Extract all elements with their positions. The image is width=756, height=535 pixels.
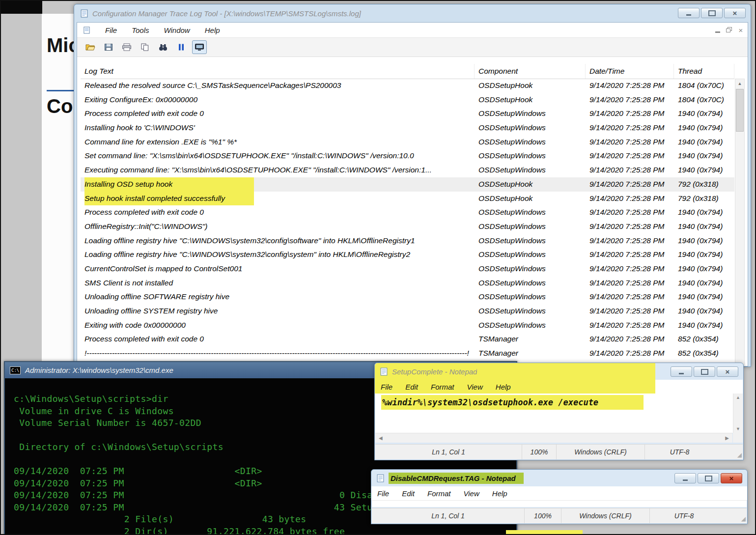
log-row[interactable]: SMS Client is not installedOSDSetupWindo… [81, 276, 734, 290]
resize-grip-icon[interactable]: ◢ [741, 515, 746, 522]
open-icon[interactable] [83, 40, 98, 54]
log-text: OfflineRegistry::Init("C:\WINDOWS") [81, 220, 475, 234]
log-thread: 1940 (0x794) [674, 234, 734, 248]
np1-text-area[interactable]: %windir%\system32\osdsetuphook.exe /exec… [375, 394, 743, 433]
scrollbar-thumb[interactable] [736, 89, 744, 132]
log-row[interactable]: Exiting with code 0x00000000OSDSetupWind… [81, 318, 734, 333]
resize-grip-icon[interactable]: ◢ [737, 451, 742, 458]
np1-vertical-scrollbar[interactable]: ▲ ▼ [733, 394, 743, 433]
scroll-left-icon[interactable]: ◀ [379, 435, 383, 441]
log-row[interactable]: !---------------------------------------… [81, 346, 734, 361]
cmtrace-doc-icon [83, 27, 90, 34]
cmtrace-menu-window[interactable]: Window [164, 26, 190, 34]
cmtrace-close-button[interactable]: × [724, 8, 746, 18]
cmtrace-maximize-button[interactable] [701, 8, 723, 18]
scroll-right-icon[interactable]: ▶ [725, 435, 729, 441]
log-component: OSDSetupWindows [475, 121, 586, 135]
log-text: Process completed with exit code 0 [81, 332, 475, 346]
np1-menu-edit[interactable]: Edit [405, 383, 418, 391]
log-datetime: 9/14/2020 7:25:28 PM [586, 290, 674, 304]
log-row[interactable]: Setup hook install completed successfull… [81, 192, 734, 206]
log-component: OSDSetupWindows [475, 248, 586, 262]
cmtrace-titlebar[interactable]: Configuration Manager Trace Log Tool - [… [74, 4, 751, 22]
log-row[interactable]: OfflineRegistry::Init("C:\WINDOWS")OSDSe… [81, 220, 734, 234]
scroll-down-icon[interactable]: ▼ [736, 426, 740, 431]
log-row[interactable]: Process completed with exit code 0OSDSet… [81, 107, 734, 121]
log-datetime: 9/14/2020 7:25:28 PM [586, 205, 674, 220]
cmtrace-menu-help[interactable]: Help [205, 26, 220, 34]
np2-menu-edit[interactable]: Edit [402, 489, 415, 498]
log-row[interactable]: Set command line: "X:\sms\bin\x64\OSDSET… [81, 149, 734, 163]
highlight-icon[interactable] [192, 40, 207, 54]
np2-statusbar: Ln 1, Col 1100%Windows (CRLF)UTF-8 [372, 508, 747, 523]
save-icon[interactable] [101, 40, 116, 54]
log-component: OSDSetupHook [475, 79, 586, 93]
log-row[interactable]: Executing command line: "X:\sms\bin\x64\… [81, 163, 734, 177]
np2-menu-file[interactable]: File [377, 489, 389, 498]
np1-minimize-button[interactable] [671, 366, 692, 377]
log-thread: 1940 (0x794) [674, 318, 734, 333]
cmtrace-menu-file[interactable]: File [105, 26, 117, 34]
np1-horizontal-scrollbar[interactable]: ◀ ▶ [375, 433, 732, 443]
log-row[interactable]: Released the resolved source C:\_SMSTask… [81, 79, 734, 93]
np1-close-button[interactable]: × [717, 366, 738, 377]
find-icon[interactable] [156, 40, 170, 54]
column-header-datetime[interactable]: Date/Time [586, 64, 674, 79]
pause-icon[interactable] [174, 40, 189, 54]
np1-text-line: %windir%\system32\osdsetuphook.exe /exec… [375, 394, 743, 407]
log-row[interactable]: Command line for extension .EXE is "%1" … [81, 135, 734, 149]
log-component: OSDSetupWindows [475, 220, 586, 234]
log-row[interactable]: Installing hook to 'C:\WINDOWS'OSDSetupW… [81, 121, 734, 135]
log-row[interactable]: Unloading offline SYSTEM registry hiveOS… [81, 304, 734, 318]
column-header-logtext[interactable]: Log Text [81, 64, 475, 79]
log-thread: 1804 (0x70C) [674, 93, 734, 107]
log-text: Unloading offline SYSTEM registry hive [81, 304, 475, 318]
np1-menu-file[interactable]: File [381, 383, 392, 391]
column-header-component[interactable]: Component [475, 64, 586, 79]
log-datetime: 9/14/2020 7:25:28 PM [586, 234, 674, 248]
log-row[interactable]: Installing OSD setup hookOSDSetupHook9/1… [81, 177, 734, 192]
log-datetime: 9/14/2020 7:25:28 PM [586, 135, 674, 149]
scroll-up-icon[interactable]: ▲ [736, 395, 740, 400]
log-row[interactable]: Process completed with exit code 0TSMana… [81, 332, 734, 346]
log-component: OSDSetupHook [475, 177, 586, 192]
np2-menu-format[interactable]: Format [427, 489, 451, 498]
log-row[interactable]: Exiting ConfigureEx: 0x00000000OSDSetupH… [81, 93, 734, 107]
np2-menu-help[interactable]: Help [492, 489, 507, 498]
log-row[interactable]: CurrentControlSet is mapped to ControlSe… [81, 262, 734, 276]
log-rows: Released the resolved source C:\_SMSTask… [81, 79, 734, 366]
log-datetime: 9/14/2020 7:25:28 PM [586, 346, 674, 361]
log-datetime: 9/14/2020 7:25:28 PM [586, 121, 674, 135]
np1-menu-format[interactable]: Format [431, 383, 454, 391]
np2-minimize-button[interactable] [674, 473, 696, 483]
log-text: Released the resolved source C:\_SMSTask… [81, 79, 475, 93]
copy-icon[interactable] [138, 40, 152, 54]
log-datetime: 9/14/2020 7:25:28 PM [586, 177, 674, 192]
mdi-minimize-icon[interactable] [715, 31, 720, 33]
np1-menu-view[interactable]: View [467, 383, 483, 391]
cmtrace-menu-tools[interactable]: Tools [132, 26, 149, 34]
column-header-thread[interactable]: Thread [674, 64, 734, 79]
np2-menu-view[interactable]: View [464, 489, 479, 498]
print-icon[interactable] [119, 40, 134, 54]
log-row[interactable]: Unloading offline SOFTWARE registry hive… [81, 290, 734, 304]
np2-maximize-button[interactable] [698, 473, 719, 483]
log-component: OSDSetupHook [475, 192, 586, 206]
log-row[interactable]: Loading offline registry hive "C:\WINDOW… [81, 248, 734, 262]
status-item: UTF-8 [644, 445, 714, 459]
scroll-up-icon[interactable]: ▲ [735, 79, 744, 88]
status-item: Windows (CRLF) [556, 445, 644, 459]
log-row[interactable]: Loading offline registry hive "C:\WINDOW… [81, 234, 734, 248]
cmtrace-minimize-button[interactable] [678, 8, 700, 18]
mdi-close-icon[interactable]: × [738, 26, 743, 34]
np1-menu-help[interactable]: Help [496, 383, 511, 391]
mdi-restore-icon[interactable] [726, 26, 732, 34]
log-thread: 1940 (0x794) [674, 135, 734, 149]
log-vertical-scrollbar[interactable]: ▲ [735, 79, 745, 366]
log-text: Command line for extension .EXE is "%1" … [81, 135, 475, 149]
np2-close-button[interactable]: × [721, 473, 742, 483]
np1-maximize-button[interactable] [694, 366, 715, 377]
log-text: Loading offline registry hive "C:\WINDOW… [81, 248, 475, 262]
log-row[interactable]: Process completed with exit code 0OSDSet… [81, 205, 734, 220]
background-accent-line [47, 90, 76, 91]
